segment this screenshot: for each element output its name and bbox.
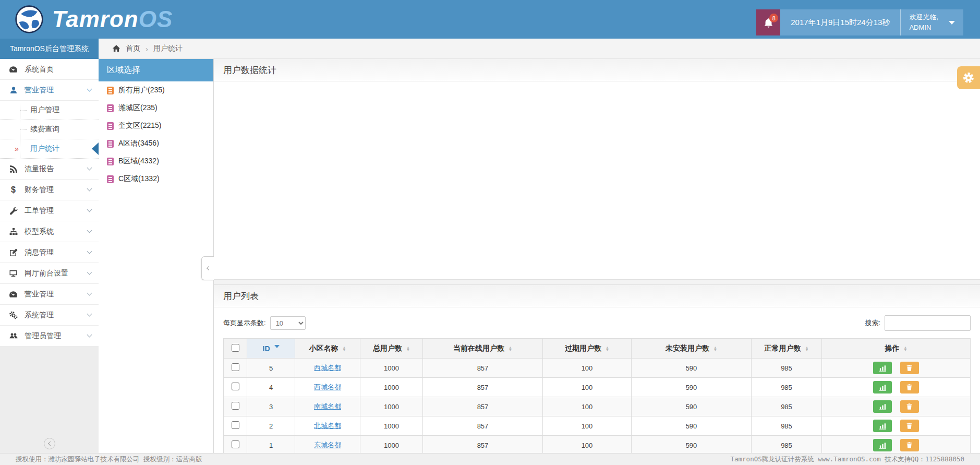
view-chart-button[interactable] <box>873 400 892 413</box>
signal-icon <box>8 164 18 174</box>
main-area: 用户数据统计 用户列表 每页显示条数: 10 搜 <box>214 59 980 453</box>
col-header-expired[interactable]: 过期用户数▲▼ <box>543 339 632 359</box>
collapse-region-panel-button[interactable] <box>201 256 214 280</box>
settings-gear-button[interactable] <box>957 66 980 89</box>
sidebar-item-model-system[interactable]: 模型系统 <box>0 221 99 242</box>
sidebar-item-label: 用户管理 <box>30 105 59 115</box>
chevron-down-icon <box>87 332 92 338</box>
sidebar-item-label: 财务管理 <box>25 185 54 195</box>
building-icon <box>107 158 114 165</box>
col-header-name[interactable]: 小区名称▲▼ <box>295 339 360 359</box>
sidebar-item-portal-settings[interactable]: 网厅前台设置 <box>0 263 99 284</box>
sidebar-filler <box>0 347 99 453</box>
cell-uninstalled: 590 <box>632 436 752 454</box>
dollar-icon: $ <box>8 185 18 195</box>
sidebar-item-renewal-query[interactable]: 续费查询 <box>0 120 99 139</box>
region-item-b[interactable]: B区域(4332) <box>99 152 213 170</box>
cell-expired: 100 <box>543 416 632 436</box>
user-menu[interactable]: 欢迎光临, ADMIN <box>900 9 963 35</box>
sidebar-item-finance-management[interactable]: $ 财务管理 <box>0 180 99 200</box>
region-item-kuiwen[interactable]: 奎文区(2215) <box>99 117 213 135</box>
sidebar-item-work-order[interactable]: 工单管理 <box>0 200 99 221</box>
cell-id: 2 <box>247 416 295 436</box>
chevron-down-icon <box>87 249 92 254</box>
cell-total: 1000 <box>360 397 423 416</box>
row-checkbox[interactable] <box>232 440 239 448</box>
sidebar-item-message-management[interactable]: 消息管理 <box>0 242 99 263</box>
col-header-actions[interactable]: 操作▲▼ <box>822 339 971 359</box>
cell-total: 1000 <box>360 436 423 454</box>
delete-button[interactable] <box>900 381 919 394</box>
view-chart-button[interactable] <box>873 381 892 394</box>
page: TamronOS 8 2017年1月9日15时24分13秒 欢迎光临, ADMI… <box>0 0 980 465</box>
footer-support-text: TamronOS腾龙认证计费系统 www.TamronOS.com 技术支持QQ… <box>731 455 964 464</box>
delete-button[interactable] <box>900 362 919 374</box>
header-right-cluster: 8 2017年1月9日15时24分13秒 欢迎光临, ADMIN <box>756 9 963 35</box>
row-checkbox[interactable] <box>232 421 239 429</box>
community-name-link[interactable]: 北城名都 <box>314 422 341 430</box>
gears-icon <box>8 311 18 320</box>
region-item-a[interactable]: A区语(3456) <box>99 135 213 152</box>
view-chart-button[interactable] <box>873 362 892 374</box>
sidebar-item-traffic-report[interactable]: 流量报告 <box>0 159 99 180</box>
footer-license-text: 授权使用：潍坊家园驿站电子技术有限公司 授权级别：运营商版 <box>16 455 202 464</box>
community-name-link[interactable]: 西城名都 <box>314 383 341 391</box>
region-item-all-users[interactable]: 所有用户(235) <box>99 81 213 99</box>
col-header-total[interactable]: 总用户数▲▼ <box>360 339 423 359</box>
building-icon <box>107 122 114 130</box>
content-area: 首页 › 用户统计 区域选择 所有用户(235) 潍城区(235) 奎文区(22… <box>99 39 980 453</box>
chevron-down-icon <box>87 228 92 233</box>
breadcrumb-home[interactable]: 首页 <box>126 44 140 53</box>
sidebar-item-business-management-2[interactable]: 营业管理 <box>0 284 99 305</box>
user-stats-panel: 用户数据统计 <box>214 59 980 280</box>
chevron-left-icon <box>48 442 52 446</box>
sidebar-item-system-management[interactable]: 系统管理 <box>0 305 99 326</box>
sidebar-collapse-toggle[interactable] <box>44 438 55 449</box>
desktop-icon <box>8 269 18 278</box>
delete-button[interactable] <box>900 400 919 413</box>
sidebar-item-user-statistics[interactable]: » 用户统计 <box>0 139 99 159</box>
sidebar-item-admin-management[interactable]: 管理员管理 <box>0 326 99 347</box>
users-group-icon <box>8 331 18 341</box>
delete-button[interactable] <box>900 420 919 432</box>
sidebar-item-label: 系统首页 <box>25 65 54 74</box>
select-all-header[interactable] <box>224 339 247 359</box>
content-row: 区域选择 所有用户(235) 潍城区(235) 奎文区(2215) A区语(34… <box>99 59 980 453</box>
sidebar-item-system-home[interactable]: 系统首页 <box>0 59 99 80</box>
region-item-weicheng[interactable]: 潍城区(235) <box>99 99 213 117</box>
delete-button[interactable] <box>900 439 919 451</box>
user-stats-panel-title: 用户数据统计 <box>214 59 980 81</box>
page-size-select[interactable]: 10 <box>270 316 306 330</box>
sidebar-item-business-management[interactable]: 营业管理 <box>0 80 99 101</box>
notification-bell-button[interactable]: 8 <box>756 9 780 35</box>
sidebar-item-user-management[interactable]: 用户管理 <box>0 101 99 120</box>
search-input[interactable] <box>885 315 971 331</box>
chevron-left-icon <box>207 266 211 270</box>
community-name-link[interactable]: 西城名都 <box>314 364 341 372</box>
trash-icon <box>906 403 913 410</box>
row-checkbox[interactable] <box>232 402 239 410</box>
col-header-online[interactable]: 当前在线用户数▲▼ <box>423 339 543 359</box>
view-chart-button[interactable] <box>873 420 892 432</box>
sidebar-item-label: 管理员管理 <box>25 331 61 341</box>
cell-online: 857 <box>423 397 543 416</box>
panel-gap <box>214 280 980 284</box>
select-all-checkbox[interactable] <box>232 344 239 352</box>
trash-icon <box>906 384 913 391</box>
col-header-uninstalled[interactable]: 未安装用户数▲▼ <box>632 339 752 359</box>
trash-icon <box>906 364 913 372</box>
region-panel-title: 区域选择 <box>99 59 213 81</box>
community-name-link[interactable]: 南城名都 <box>314 402 341 410</box>
row-checkbox[interactable] <box>232 363 239 371</box>
col-header-normal[interactable]: 正常用户数▲▼ <box>752 339 822 359</box>
bar-chart-icon <box>879 364 887 372</box>
community-name-link[interactable]: 东城名都 <box>314 441 341 449</box>
view-chart-button[interactable] <box>873 439 892 451</box>
col-header-id[interactable]: ID <box>247 339 295 359</box>
trash-icon <box>906 422 913 430</box>
active-marker-icon: » <box>15 145 19 153</box>
region-item-c[interactable]: C区域(1332) <box>99 170 213 188</box>
table-row: 3 南城名都 1000 857 100 590 985 <box>224 397 971 416</box>
row-checkbox[interactable] <box>232 383 239 390</box>
region-item-label: 所有用户(235) <box>118 86 165 95</box>
